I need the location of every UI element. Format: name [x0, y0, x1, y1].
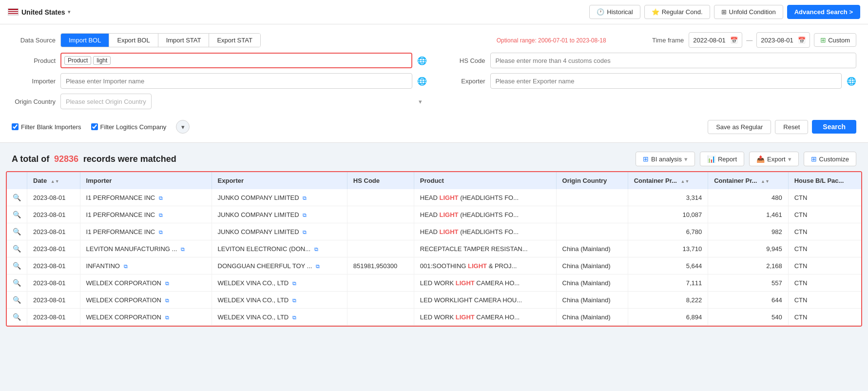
product-input[interactable]: [113, 57, 408, 64]
hscode-row: HS Code: [442, 53, 857, 68]
exporter-copy-icon[interactable]: ⧉: [316, 263, 320, 269]
cell-product: HEAD LIGHT (HEADLIGHTS FO...: [414, 223, 556, 240]
table-row: 🔍2023-08-01I1 PERFORMANCE INC ⧉JUNKO COM…: [7, 206, 861, 223]
search-col-right: HS Code Exporter 🌐: [442, 53, 857, 114]
row-search-icon-cell: 🔍: [7, 309, 27, 326]
th-container1-label: Container Pr...: [634, 177, 677, 184]
row-search-icon[interactable]: 🔍: [13, 296, 21, 304]
cell-container1: 3,314: [628, 189, 708, 206]
row-search-icon[interactable]: 🔍: [13, 262, 21, 270]
th-importer: Importer: [80, 172, 212, 189]
exporter-copy-icon[interactable]: ⧉: [292, 314, 296, 320]
product-field[interactable]: Product light: [60, 53, 412, 68]
importer-copy-icon[interactable]: ⧉: [165, 280, 169, 286]
cell-exporter: LEVITON ELECTRONIC (DON... ⧉: [212, 240, 347, 257]
cell-origin: [556, 189, 628, 206]
country-chevron-icon: ▾: [68, 9, 71, 15]
exporter-copy-icon[interactable]: ⧉: [292, 297, 296, 303]
filter-logistics-label[interactable]: Filter Logitics Company: [91, 123, 167, 131]
hscode-input[interactable]: [490, 53, 857, 68]
exporter-input[interactable]: [490, 73, 842, 89]
filter-blank-importers-label[interactable]: Filter Blank Importers: [12, 123, 81, 131]
filter-checkboxes: Filter Blank Importers Filter Logitics C…: [12, 117, 190, 137]
row-search-icon[interactable]: 🔍: [13, 211, 21, 218]
cell-hscode: [347, 223, 414, 240]
row-search-icon[interactable]: 🔍: [13, 228, 21, 235]
cell-container2: 9,945: [708, 240, 789, 257]
origin-country-select[interactable]: Please select Origin Country: [60, 94, 152, 109]
cell-housebl: CTN: [788, 292, 861, 309]
tab-export-stat[interactable]: Export STAT: [209, 34, 260, 47]
table-row: 🔍2023-08-01I1 PERFORMANCE INC ⧉JUNKO COM…: [7, 189, 861, 206]
date-from-input[interactable]: 2022-08-01 📅: [689, 32, 742, 48]
exporter-row: Exporter 🌐: [442, 73, 857, 89]
row-search-icon-cell: 🔍: [7, 206, 27, 223]
export-button[interactable]: 📤 Export ▾: [749, 152, 799, 166]
tab-import-bol[interactable]: Import BOL: [61, 34, 109, 47]
importer-label: Importer: [12, 78, 56, 85]
timeframe-group: 2022-08-01 📅 — 2023-08-01 📅 ⊞ Custom: [689, 32, 856, 48]
importer-copy-icon[interactable]: ⧉: [181, 246, 185, 252]
tab-import-stat[interactable]: Import STAT: [158, 34, 210, 47]
row-search-icon[interactable]: 🔍: [13, 194, 21, 201]
exporter-translate-button[interactable]: 🌐: [847, 77, 856, 86]
customize-button[interactable]: ⊞ Customize: [804, 152, 856, 166]
save-as-regular-button[interactable]: Save as Regular: [708, 120, 771, 134]
importer-copy-icon[interactable]: ⧉: [165, 297, 169, 303]
filter-logistics-checkbox[interactable]: [91, 123, 98, 130]
cell-exporter: WELDEX VINA CO., LTD ⧉: [212, 309, 347, 326]
product-label: Product: [12, 57, 56, 64]
date-to-input[interactable]: 2023-08-01 📅: [756, 32, 810, 48]
expand-button[interactable]: ▾: [176, 120, 190, 134]
table-header: Date ▲▼ Importer Exporter HS Code Produc…: [7, 172, 861, 189]
importer-copy-icon[interactable]: ⧉: [159, 195, 163, 201]
cell-exporter: WELDEX VINA CO., LTD ⧉: [212, 292, 347, 309]
unfold-condition-button[interactable]: ⊞ Unfold Condition: [714, 5, 783, 19]
th-date-label: Date: [33, 177, 47, 184]
report-button[interactable]: 📊 Report: [700, 152, 744, 166]
row-search-icon[interactable]: 🔍: [13, 313, 21, 321]
advanced-search-button[interactable]: Advanced Search >: [787, 5, 860, 19]
importer-copy-icon[interactable]: ⧉: [159, 212, 163, 218]
reset-button[interactable]: Reset: [775, 120, 808, 134]
row-search-icon[interactable]: 🔍: [13, 245, 21, 253]
importer-copy-icon[interactable]: ⧉: [124, 263, 128, 269]
exporter-copy-icon[interactable]: ⧉: [303, 195, 307, 201]
bi-analysis-button[interactable]: ⊞ BI analysis ▾: [636, 152, 695, 166]
tab-export-bol[interactable]: Export BOL: [109, 34, 158, 47]
filter-blank-importers-checkbox[interactable]: [12, 123, 19, 130]
th-exporter: Exporter: [212, 172, 347, 189]
historical-button[interactable]: 🕐 Historical: [589, 5, 640, 19]
importer-translate-button[interactable]: 🌐: [417, 77, 427, 86]
row-search-icon-cell: 🔍: [7, 274, 27, 292]
top-nav-actions: 🕐 Historical ⭐ Regular Cond. ⊞ Unfold Co…: [589, 5, 860, 19]
container2-sort-icon[interactable]: ▲▼: [761, 179, 770, 184]
exporter-copy-icon[interactable]: ⧉: [314, 246, 318, 252]
row-search-icon[interactable]: 🔍: [13, 279, 21, 287]
report-icon: 📊: [707, 155, 715, 163]
translate-button[interactable]: 🌐: [417, 56, 427, 65]
search-col-left: Product Product light 🌐 Importer 🌐 Origi…: [12, 53, 427, 114]
date-sort-icon[interactable]: ▲▼: [51, 179, 59, 184]
exporter-copy-icon[interactable]: ⧉: [292, 280, 296, 286]
th-importer-label: Importer: [86, 177, 112, 184]
exporter-copy-icon[interactable]: ⧉: [303, 212, 307, 218]
exporter-copy-icon[interactable]: ⧉: [303, 229, 307, 235]
cell-housebl: CTN: [788, 240, 861, 257]
importer-copy-icon[interactable]: ⧉: [165, 314, 169, 320]
country-selector[interactable]: United States ▾: [8, 8, 71, 16]
importer-copy-icon[interactable]: ⧉: [159, 229, 163, 235]
cell-product: LED WORKLIGHT CAMERA HOU...: [414, 292, 556, 309]
container1-sort-icon[interactable]: ▲▼: [680, 179, 689, 184]
th-container1: Container Pr... ▲▼: [628, 172, 708, 189]
search-bottom-row: Filter Blank Importers Filter Logitics C…: [12, 117, 856, 137]
star-icon: ⭐: [652, 8, 659, 16]
regular-cond-button[interactable]: ⭐ Regular Cond.: [644, 5, 710, 19]
custom-button[interactable]: ⊞ Custom: [814, 33, 856, 47]
cell-container1: 13,710: [628, 240, 708, 257]
cell-container2: 480: [708, 189, 789, 206]
importer-input[interactable]: [60, 73, 412, 89]
search-button[interactable]: Search: [812, 120, 856, 134]
cell-importer: INFANTINO ⧉: [80, 257, 212, 274]
cell-housebl: CTN: [788, 206, 861, 223]
